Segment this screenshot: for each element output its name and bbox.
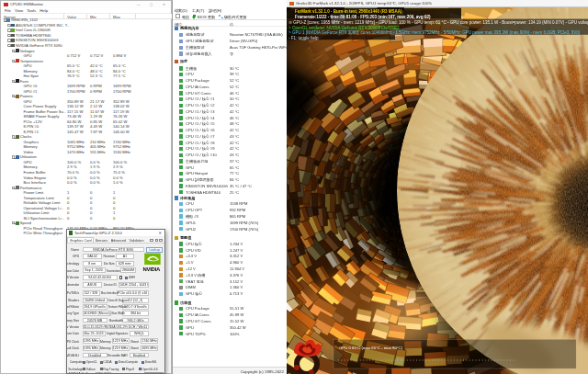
svg-text:② GPU-Z [cores: 1065 MHz - mem: ② GPU-Z [cores: 1065 MHz - mem: 1219 MHz… <box>288 20 588 25</box>
svg-text:> GPU 1 [NVIDIA GeForce RTX 30: > GPU 1 [NVIDIA GeForce RTX 3090]: cores… <box>288 30 581 35</box>
svg-text:GPU 0 65·C (max 65°C - max 90°: GPU 0 65·C (max 65°C - max 90°C) <box>339 346 403 350</box>
svg-text:Framerate:1/222 - time:89:81:0: Framerate:1/222 - time:89:81:00 - FPS:20… <box>295 15 431 19</box>
svg-text:NVIDIA: NVIDIA <box>143 266 162 272</box>
svg-text:> OpenGL renderer: NVIDIA GeFo: > OpenGL renderer: NVIDIA GeForce RTX 30… <box>288 26 400 30</box>
svg-text:FurMark v1.32.1.0 - Burn-in te: FurMark v1.32.1.0 - Burn-in test, 2560x1… <box>295 9 402 14</box>
svg-text:- F1: toggle help: - F1: toggle help <box>288 36 319 40</box>
